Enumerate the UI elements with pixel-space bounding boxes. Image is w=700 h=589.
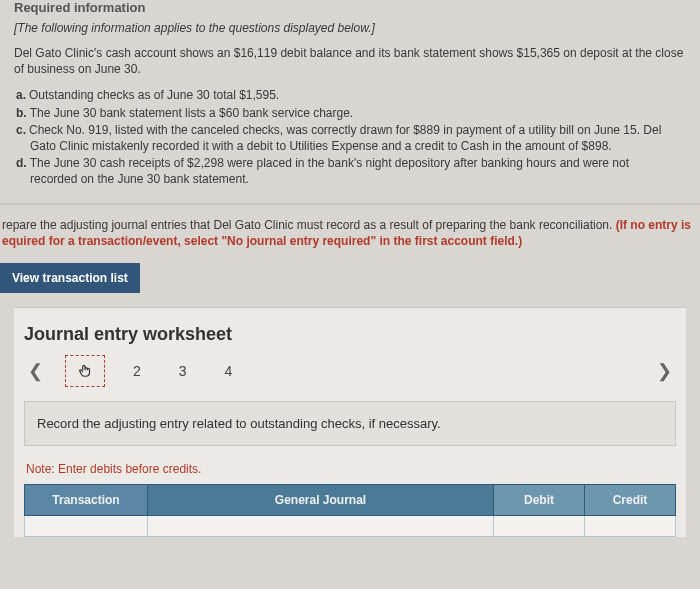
cell-credit[interactable] [585, 515, 676, 536]
item-label: b. [16, 106, 27, 120]
worksheet-title: Journal entry worksheet [24, 324, 676, 345]
cell-debit[interactable] [494, 515, 585, 536]
item-text-cont: Gato Clinic mistakenly recorded it with … [30, 138, 686, 154]
entry-prompt: Record the adjusting entry related to ou… [24, 401, 676, 446]
instruction-emph-cont: equired for a transaction/event, select … [2, 234, 522, 248]
item-text: Outstanding checks as of June 30 total $… [29, 88, 279, 102]
page-4[interactable]: 4 [215, 359, 243, 383]
scenario-text: Del Gato Clinic's cash account shows an … [14, 45, 686, 77]
instruction-block: repare the adjusting journal entries tha… [0, 205, 700, 259]
item-list: a.Outstanding checks as of June 30 total… [16, 87, 686, 187]
instruction-emph: (If no entry is [616, 218, 691, 232]
item-label: a. [16, 88, 26, 102]
item-a: a.Outstanding checks as of June 30 total… [16, 87, 686, 103]
cell-general-journal[interactable] [148, 515, 494, 536]
item-text: The June 30 cash receipts of $2,298 were… [30, 156, 629, 170]
journal-entry-worksheet: Journal entry worksheet ❮ 2 3 4 ❯ Record… [14, 307, 686, 537]
item-d: d.The June 30 cash receipts of $2,298 we… [16, 155, 686, 187]
page-2[interactable]: 2 [123, 359, 151, 383]
section-heading: Required information [14, 0, 686, 15]
pointer-hand-icon [76, 362, 94, 380]
page-1-current[interactable] [65, 355, 105, 387]
journal-entry-table: Transaction General Journal Debit Credit [24, 484, 676, 537]
chevron-right-icon[interactable]: ❯ [653, 360, 676, 382]
instruction-text: repare the adjusting journal entries tha… [2, 218, 616, 232]
worksheet-pager: ❮ 2 3 4 ❯ [24, 355, 676, 387]
item-text: Check No. 919, listed with the canceled … [29, 123, 661, 137]
col-general-journal: General Journal [148, 484, 494, 515]
item-text: The June 30 bank statement lists a $60 b… [30, 106, 354, 120]
debits-before-credits-note: Note: Enter debits before credits. [26, 462, 676, 476]
page-3[interactable]: 3 [169, 359, 197, 383]
applies-note: [The following information applies to th… [14, 21, 686, 35]
col-debit: Debit [494, 484, 585, 515]
table-header-row: Transaction General Journal Debit Credit [25, 484, 676, 515]
col-transaction: Transaction [25, 484, 148, 515]
table-row[interactable] [25, 515, 676, 536]
chevron-left-icon[interactable]: ❮ [24, 360, 47, 382]
item-b: b.The June 30 bank statement lists a $60… [16, 105, 686, 121]
item-text-cont: recorded on the June 30 bank statement. [30, 171, 686, 187]
col-credit: Credit [585, 484, 676, 515]
item-c: c.Check No. 919, listed with the cancele… [16, 122, 686, 154]
item-label: c. [16, 123, 26, 137]
view-transaction-list-button[interactable]: View transaction list [0, 263, 140, 293]
cell-transaction[interactable] [25, 515, 148, 536]
item-label: d. [16, 156, 27, 170]
